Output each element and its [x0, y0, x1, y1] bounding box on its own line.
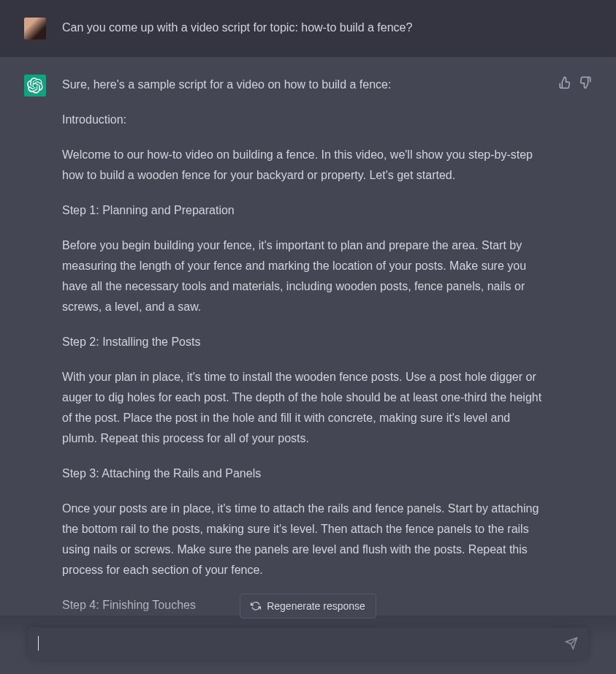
assistant-paragraph: Before you begin building your fence, it… [62, 235, 542, 317]
feedback-controls [558, 75, 592, 616]
assistant-section-heading: Step 2: Installing the Posts [62, 332, 542, 352]
assistant-section-heading: Introduction: [62, 110, 542, 130]
user-message-text: Can you come up with a video script for … [62, 18, 544, 39]
send-button[interactable] [565, 637, 578, 650]
bottom-area: Regenerate response [0, 594, 616, 674]
assistant-paragraph: Once your posts are in place, it's time … [62, 499, 542, 580]
regenerate-row: Regenerate response [28, 594, 588, 618]
assistant-section-heading: Step 3: Attaching the Rails and Panels [62, 463, 542, 484]
refresh-icon [251, 601, 261, 611]
assistant-message-text: Sure, here's a sample script for a video… [62, 75, 542, 616]
regenerate-button[interactable]: Regenerate response [240, 594, 376, 618]
chat-container: Can you come up with a video script for … [0, 0, 616, 674]
thumbs-down-button[interactable] [579, 76, 592, 92]
assistant-avatar [24, 75, 46, 96]
assistant-intro: Sure, here's a sample script for a video… [62, 75, 542, 95]
regenerate-label: Regenerate response [267, 600, 365, 612]
assistant-section-heading: Step 1: Planning and Preparation [62, 200, 542, 221]
user-avatar [24, 18, 46, 39]
user-message-row: Can you come up with a video script for … [0, 0, 616, 57]
thumbs-up-icon [558, 76, 571, 89]
assistant-paragraph: With your plan in place, it's time to in… [62, 367, 542, 449]
thumbs-up-button[interactable] [558, 76, 571, 92]
send-icon [565, 637, 578, 650]
assistant-paragraph: Welcome to our how-to video on building … [62, 145, 542, 186]
openai-logo-icon [27, 77, 43, 94]
assistant-message-row: Sure, here's a sample script for a video… [0, 57, 616, 616]
message-input[interactable] [39, 637, 565, 650]
messages-list: Can you come up with a video script for … [0, 0, 616, 674]
thumbs-down-icon [579, 76, 592, 89]
message-input-container[interactable] [28, 627, 588, 659]
